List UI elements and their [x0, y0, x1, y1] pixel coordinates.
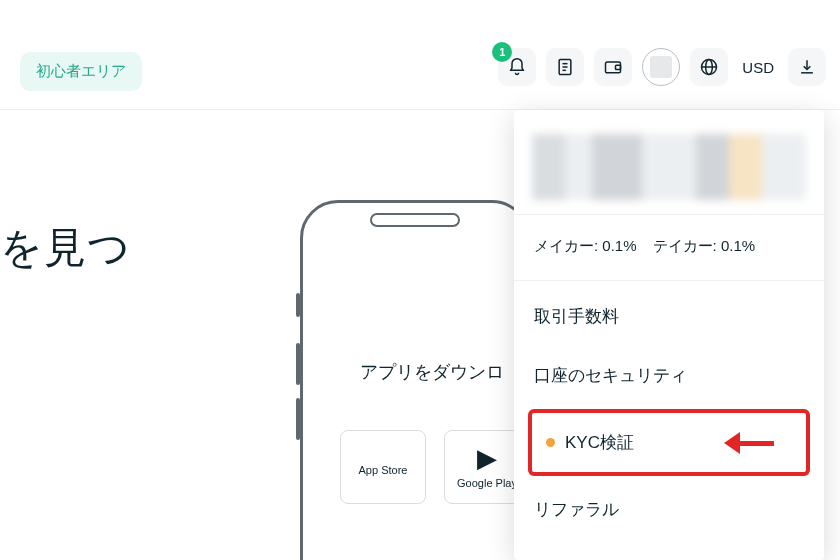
svg-rect-4 [606, 62, 621, 73]
account-dropdown: メイカー: 0.1% テイカー: 0.1% 取引手数料 口座のセキュリティ KY… [514, 110, 824, 560]
language-button[interactable] [690, 48, 728, 86]
wallet-icon [603, 57, 623, 77]
account-menu-button[interactable] [642, 48, 680, 86]
avatar-placeholder-icon [650, 56, 672, 78]
menu-item-account-security[interactable]: 口座のセキュリティ [514, 346, 824, 405]
top-icons: 1 USD [498, 48, 826, 86]
app-store-label: App Store [359, 464, 408, 476]
menu-label: KYC検証 [565, 431, 634, 454]
annotation-arrow-icon [724, 432, 776, 454]
phone-side-button-icon [296, 293, 300, 317]
bell-icon [507, 57, 527, 77]
notifications-button[interactable]: 1 [498, 48, 536, 86]
user-info-redacted [532, 134, 806, 200]
beginner-area-button[interactable]: 初心者エリア [20, 52, 142, 91]
phone-notch-icon [370, 213, 460, 227]
divider [514, 214, 824, 215]
menu-label: リファラル [534, 498, 619, 521]
divider [514, 280, 824, 281]
menu-label: 取引手数料 [534, 305, 619, 328]
menu-item-referral[interactable]: リファラル [514, 480, 824, 539]
phone-side-button-icon [296, 343, 300, 385]
download-label: アプリをダウンロ [360, 360, 504, 384]
currency-selector[interactable]: USD [738, 59, 778, 76]
download-icon [797, 57, 817, 77]
taker-fee: テイカー: 0.1% [653, 237, 756, 256]
app-store-button[interactable]: App Store [340, 430, 426, 504]
globe-icon [699, 57, 719, 77]
wallet-button[interactable] [594, 48, 632, 86]
google-play-label: Google Play [457, 477, 517, 489]
orders-button[interactable] [546, 48, 584, 86]
phone-side-button-icon [296, 398, 300, 440]
document-icon [555, 57, 575, 77]
topbar: 初心者エリア 1 USD [0, 0, 840, 110]
svg-rect-5 [616, 65, 621, 69]
menu-label: 口座のセキュリティ [534, 364, 687, 387]
status-dot-icon [546, 438, 555, 447]
menu-item-trading-fees[interactable]: 取引手数料 [514, 287, 824, 346]
maker-fee: メイカー: 0.1% [534, 237, 637, 256]
download-button[interactable] [788, 48, 826, 86]
play-icon: ▶ [477, 445, 497, 471]
hero-heading: を見つ [0, 220, 131, 276]
fees-row: メイカー: 0.1% テイカー: 0.1% [514, 221, 824, 274]
store-buttons: App Store ▶ Google Play [340, 430, 530, 504]
